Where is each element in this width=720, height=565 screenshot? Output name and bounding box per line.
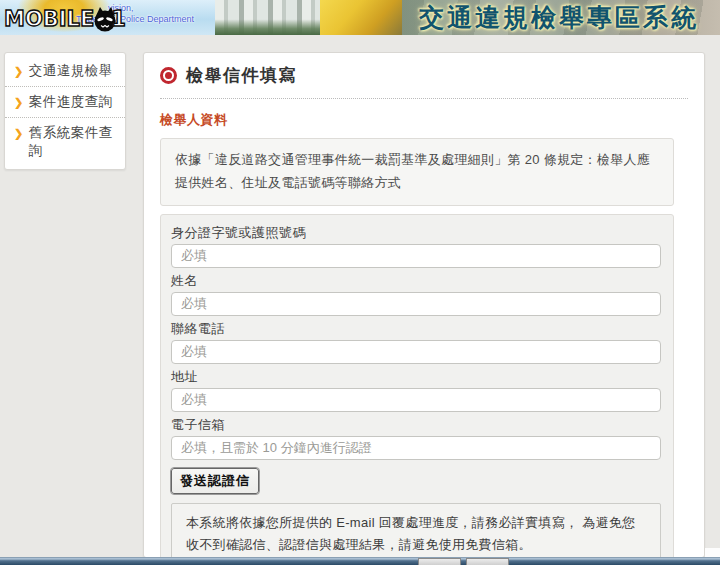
banner-vehicle-photo bbox=[320, 0, 402, 35]
sidebar-item-case-progress[interactable]: ❯ 案件進度查詢 bbox=[5, 87, 125, 118]
chevron-right-icon: ❯ bbox=[14, 124, 24, 160]
email-input[interactable] bbox=[171, 436, 661, 460]
sidebar-item-label: 舊系統案件查詢 bbox=[29, 124, 116, 160]
field-phone: 聯絡電話 bbox=[171, 321, 661, 364]
email-notice-box: 本系統將依據您所提供的 E-mail 回覆處理進度，請務必詳實填寫， 為避免您收… bbox=[171, 503, 661, 565]
scrollbar-corner bbox=[705, 548, 720, 557]
sidebar-item-old-system-query[interactable]: ❯ 舊系統案件查詢 bbox=[5, 118, 125, 166]
sidebar-item-label: 案件進度查詢 bbox=[29, 93, 113, 111]
field-email: 電子信箱 bbox=[171, 417, 661, 460]
address-label: 地址 bbox=[171, 369, 661, 384]
bottom-scrollbar[interactable] bbox=[0, 557, 720, 565]
field-address: 地址 bbox=[171, 369, 661, 412]
sidebar-item-report-violation[interactable]: ❯ 交通違規檢舉 bbox=[5, 56, 125, 87]
reporter-form: 身分證字號或護照號碼 姓名 聯絡電話 地址 電子信箱 發送認證信 本系統將依據您… bbox=[160, 214, 674, 565]
mobile01-watermark: MOBILE 1 bbox=[4, 7, 126, 31]
id-number-input[interactable] bbox=[171, 244, 661, 268]
site-title: 交通違規檢舉專區系統 bbox=[398, 0, 720, 35]
separator bbox=[160, 98, 688, 99]
field-id-number: 身分證字號或護照號碼 bbox=[171, 225, 661, 268]
bottom-bar-button[interactable] bbox=[418, 558, 461, 565]
email-label: 電子信箱 bbox=[171, 417, 661, 432]
bottom-bar-button[interactable] bbox=[466, 558, 509, 565]
page-title: 檢舉信件填寫 bbox=[186, 64, 297, 87]
name-input[interactable] bbox=[171, 292, 661, 316]
bullseye-icon bbox=[160, 67, 177, 84]
sidebar-menu: ❯ 交通違規檢舉 ❯ 案件進度查詢 ❯ 舊系統案件查詢 bbox=[4, 52, 126, 170]
main-panel: 檢舉信件填寫 檢舉人資料 依據「違反道路交通管理事件統一裁罰基準及處理細則」第 … bbox=[143, 52, 705, 558]
send-verification-button[interactable]: 發送認證信 bbox=[171, 468, 259, 494]
watermark-text: MOBILE bbox=[4, 9, 94, 30]
id-number-label: 身分證字號或護照號碼 bbox=[171, 225, 661, 240]
chevron-right-icon: ❯ bbox=[14, 62, 24, 80]
banner-buildings-photo bbox=[215, 0, 320, 35]
address-input[interactable] bbox=[171, 388, 661, 412]
page-title-row: 檢舉信件填寫 bbox=[160, 65, 688, 85]
phone-label: 聯絡電話 bbox=[171, 321, 661, 336]
regulation-info-box: 依據「違反道路交通管理事件統一裁罰基準及處理細則」第 20 條規定：檢舉人應提供… bbox=[160, 138, 674, 206]
chevron-right-icon: ❯ bbox=[14, 93, 24, 111]
watermark-suffix: 1 bbox=[111, 9, 126, 30]
phone-input[interactable] bbox=[171, 340, 661, 364]
field-name: 姓名 bbox=[171, 273, 661, 316]
section-title-reporter-info: 檢舉人資料 bbox=[160, 111, 688, 129]
sidebar-item-label: 交通違規檢舉 bbox=[29, 62, 113, 80]
name-label: 姓名 bbox=[171, 273, 661, 288]
